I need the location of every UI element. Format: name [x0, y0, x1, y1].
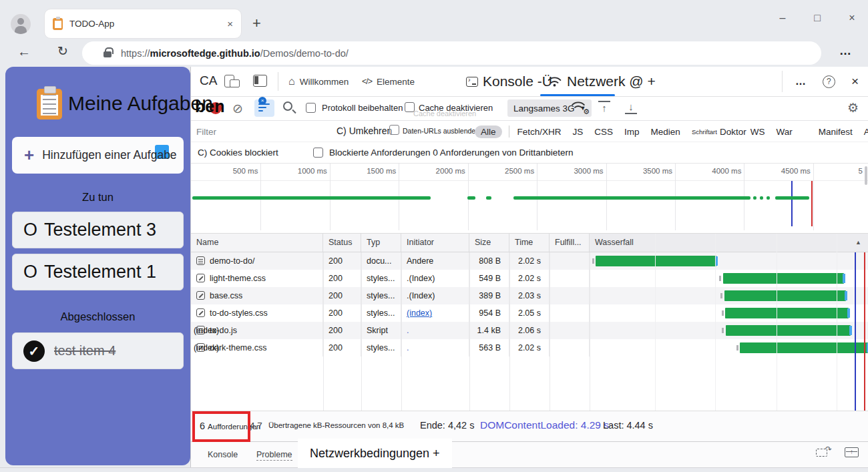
tab-willkommen[interactable]: ⌂ Willkommen: [288, 67, 349, 96]
filter-chip-doktor[interactable]: Doktor: [720, 127, 746, 137]
filter-chip-war[interactable]: War: [776, 127, 792, 137]
drawer-tab-netzwerkbedingungen[interactable]: Netzwerkbedingungen +: [298, 439, 452, 468]
browser-menu-button[interactable]: …: [839, 44, 852, 58]
filter-chip-schriftart[interactable]: Schriftart: [692, 128, 717, 136]
drawer-tab-probleme[interactable]: Probleme: [256, 450, 292, 461]
search-icon[interactable]: [283, 101, 292, 111]
tab-elemente[interactable]: </> Elemente: [362, 67, 415, 96]
filter-toggle-icon[interactable]: ×: [254, 99, 274, 117]
radio-circle-icon[interactable]: O: [23, 262, 37, 282]
load-event-line: [864, 252, 865, 411]
cell-typ: styles...: [361, 287, 401, 304]
filter-chip-ws[interactable]: WS: [750, 127, 765, 137]
todo-item[interactable]: OTestelement 3: [12, 212, 184, 248]
table-row[interactable]: dark-theme.css(index)200styles....563 B2…: [191, 339, 868, 357]
filter-chip-alle[interactable]: Alle: [475, 126, 502, 138]
timeline-tick-label: 3000 ms: [557, 167, 604, 175]
tab-konsole[interactable]: Konsole -Ü: [466, 67, 552, 96]
cell-typ: Skript: [361, 322, 401, 339]
overview-strip[interactable]: 5 500 ms1000 ms1500 ms2000 ms2500 ms3000…: [191, 164, 868, 234]
dock-layout-icon[interactable]: [253, 75, 267, 87]
column-divider: [590, 252, 590, 411]
back-button[interactable]: ←: [17, 44, 31, 59]
reload-button[interactable]: ↻: [57, 43, 68, 59]
cell-status: 200: [323, 287, 361, 304]
todo-item[interactable]: ✓test item 4: [12, 332, 184, 369]
table-row[interactable]: to-do.js(index)200Skript.1.4 kB2.06 s: [191, 322, 868, 339]
import-har-icon[interactable]: ↑: [598, 101, 610, 114]
timeline-tick-label: 1000 ms: [280, 167, 327, 175]
column-divider: [401, 252, 402, 411]
filter-chip-fetchxhr[interactable]: Fetch/XHR: [517, 127, 562, 137]
table-header-row[interactable]: Name Status Typ Initiator Size Time Fulf…: [191, 234, 868, 252]
browser-tab[interactable]: TODO-App ×: [44, 9, 242, 39]
blocked-requests-checkbox[interactable]: [313, 148, 323, 158]
cell-time: 2.06 s: [509, 322, 550, 339]
table-row[interactable]: demo-to-do/200docu...Andere808 B2.02 s: [191, 252, 868, 270]
divider: [782, 71, 783, 92]
window-minimize-button[interactable]: –: [776, 12, 789, 24]
waterfall-bar: [724, 290, 847, 301]
domcontentloaded-line: [855, 252, 856, 411]
requests-count-highlight-box: [192, 411, 250, 442]
load-event-line: [811, 181, 813, 226]
tab-netzwerk[interactable]: Netzwerk @ +: [547, 67, 656, 96]
cell-name: to-do.js(index): [191, 322, 323, 339]
inspect-element-button[interactable]: CA: [200, 73, 217, 88]
clipboard-icon: [37, 89, 62, 120]
network-conditions-icon[interactable]: ⚙: [570, 101, 588, 114]
devtools-close-icon[interactable]: ×: [851, 74, 859, 89]
cell-fulfill: [550, 322, 590, 339]
todo-item[interactable]: OTestelement 1: [12, 254, 184, 290]
device-emulation-icon[interactable]: [224, 75, 234, 87]
devtools-more-menu-button[interactable]: …: [795, 75, 807, 87]
help-icon[interactable]: ?: [823, 75, 835, 88]
settings-gear-icon[interactable]: ⚙: [847, 100, 859, 115]
scrollbar-thumb[interactable]: [865, 166, 867, 185]
cell-name: base.css: [191, 287, 323, 304]
filter-chip-css[interactable]: CSS: [594, 127, 613, 137]
export-har-icon[interactable]: ↓: [625, 101, 637, 114]
tab-close-icon[interactable]: ×: [227, 18, 233, 29]
checked-circle-icon[interactable]: ✓: [23, 340, 45, 362]
lock-icon: [103, 51, 112, 57]
initiator-link[interactable]: (index): [407, 308, 432, 318]
waterfall-bar: [726, 325, 851, 336]
table-row[interactable]: to-do-styles.css200styles...(index)954 B…: [191, 304, 868, 322]
table-row[interactable]: base.css200styles....(Index)389 B2.03 s: [191, 287, 868, 304]
drawer-tab-konsole[interactable]: Konsole: [208, 450, 238, 459]
request-name: base.css: [210, 291, 242, 300]
network-options-row: C) Cookies blockiert Blockierte Anforder…: [191, 142, 868, 164]
filter-chip-imp[interactable]: Imp: [624, 127, 640, 137]
filter-chip-js[interactable]: JS: [573, 127, 584, 137]
cell-typ: styles...: [361, 339, 401, 357]
window-bottom-edge: [0, 467, 868, 472]
sort-arrow-icon[interactable]: ▲: [855, 234, 861, 252]
filter-chip-andere[interactable]: Andere: [864, 127, 868, 137]
radio-circle-icon[interactable]: O: [23, 220, 37, 240]
profile-avatar-icon[interactable]: [11, 14, 31, 34]
new-tab-button[interactable]: +: [252, 15, 261, 32]
timeline-tick-label: 4000 ms: [694, 167, 741, 175]
preserve-log-checkbox[interactable]: [306, 103, 316, 113]
address-bar[interactable]: https://microsoftedge.github.io/Demos/de…: [82, 41, 821, 65]
initiator-text: .(Index): [407, 291, 435, 300]
todo-item-label: test item 4: [54, 343, 116, 359]
window-maximize-button[interactable]: □: [811, 12, 824, 24]
tab-strip: TODO-App × + – □ ×: [0, 0, 868, 40]
cell-time: 2.05 s: [509, 304, 550, 322]
table-row[interactable]: light-theme.css200styles....(Index)549 B…: [191, 270, 868, 287]
export-panel-icon[interactable]: [845, 447, 859, 457]
add-task-button[interactable]: + Hinzufügen einer Aufgabe: [12, 137, 184, 174]
filter-chip-medien[interactable]: Medien: [651, 127, 680, 137]
filter-chip-manifest[interactable]: Manifest: [819, 127, 853, 137]
invert-filter-checkbox[interactable]: [389, 125, 399, 135]
waterfall-gridline: [715, 234, 716, 411]
plus-icon: +: [24, 145, 34, 166]
clear-log-icon[interactable]: ⊘: [232, 101, 243, 116]
restore-panel-icon[interactable]: [816, 449, 827, 457]
waterfall-queue-tick: [592, 258, 594, 264]
filter-input[interactable]: [196, 124, 330, 140]
spacer: [5, 296, 190, 305]
window-close-button[interactable]: ×: [845, 12, 859, 24]
